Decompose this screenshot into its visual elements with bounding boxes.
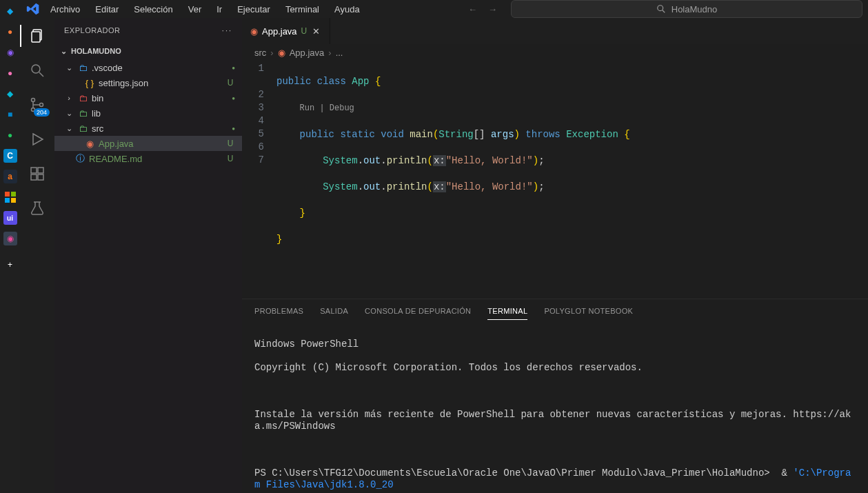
taskbar-icon[interactable]: ● xyxy=(3,25,17,39)
folder-icon: 🗀 xyxy=(77,108,89,119)
git-status: U xyxy=(225,139,235,148)
svg-marker-13 xyxy=(33,134,43,145)
explorer-sidebar: EXPLORADOR ··· ⌄ HOLAMUDNO ⌄ 🗀 .vscode ●… xyxy=(54,18,242,493)
tree-folder-lib[interactable]: ⌄ 🗀 lib xyxy=(54,105,242,121)
svg-rect-16 xyxy=(31,174,37,180)
svg-point-12 xyxy=(40,103,43,107)
svg-point-4 xyxy=(658,6,663,11)
modified-dot-icon: ● xyxy=(232,65,235,71)
svg-rect-2 xyxy=(5,198,10,203)
folder-icon: 🗀 xyxy=(77,93,89,103)
java-icon: ◉ xyxy=(83,139,96,149)
svg-line-5 xyxy=(663,10,665,13)
taskbar-icon[interactable]: ◆ xyxy=(3,4,17,18)
menu-archivo[interactable]: Archivo xyxy=(45,1,85,17)
svg-line-9 xyxy=(39,72,43,77)
panel-tab-problemas[interactable]: PROBLEMAS xyxy=(254,303,303,319)
search-icon xyxy=(656,4,666,14)
vscode-logo-icon xyxy=(26,1,41,17)
taskbar-icon[interactable]: ■ xyxy=(3,108,17,121)
panel-tab-consola[interactable]: CONSOLA DE DEPURACIÓN xyxy=(365,303,471,319)
menu-ir[interactable]: Ir xyxy=(211,1,228,17)
titlebar: Archivo Editar Selección Ver Ir Ejecutar… xyxy=(20,0,868,18)
info-icon: ⓘ xyxy=(74,152,86,165)
svg-rect-3 xyxy=(11,198,16,203)
search-text: HolaMudno xyxy=(672,4,718,14)
bottom-panel: PROBLEMAS SALIDA CONSOLA DE DEPURACIÓN T… xyxy=(242,299,868,493)
terminal-output[interactable]: Windows PowerShell Copyright (C) Microso… xyxy=(242,323,868,493)
taskbar-icon[interactable]: ui xyxy=(3,211,17,225)
code-editor[interactable]: 1 234567 public class App { Run | Debug … xyxy=(242,61,868,299)
activity-run-debug-icon[interactable] xyxy=(28,130,47,149)
svg-point-10 xyxy=(32,99,35,102)
chevron-down-icon: ⌄ xyxy=(64,124,74,133)
svg-point-8 xyxy=(32,65,40,73)
tree-folder-bin[interactable]: › 🗀 bin ● xyxy=(54,90,242,105)
folder-icon: 🗀 xyxy=(77,123,89,134)
modified-dot-icon: ● xyxy=(232,95,235,101)
svg-rect-17 xyxy=(38,174,43,180)
activity-testing-icon[interactable] xyxy=(28,199,47,218)
chevron-right-icon: › xyxy=(64,94,74,102)
project-header[interactable]: ⌄ HOLAMUDNO xyxy=(54,42,242,60)
panel-tab-salida[interactable]: SALIDA xyxy=(320,303,348,319)
activity-extensions-icon[interactable] xyxy=(28,164,47,183)
code-content[interactable]: public class App { Run | Debug public st… xyxy=(276,61,868,299)
tab-app-java[interactable]: ◉ App.java U ✕ xyxy=(242,18,330,44)
svg-rect-7 xyxy=(32,32,40,42)
panel-tab-terminal[interactable]: TERMINAL xyxy=(487,303,527,320)
chevron-down-icon: ⌄ xyxy=(64,63,74,72)
chevron-down-icon: ⌄ xyxy=(59,47,68,56)
menu-ejecutar[interactable]: Ejecutar xyxy=(232,1,276,17)
editor-tabs: ◉ App.java U ✕ xyxy=(242,18,868,44)
activity-explorer-icon[interactable] xyxy=(28,26,47,46)
taskbar-icon[interactable]: C xyxy=(3,149,17,163)
activity-source-control-icon[interactable]: 204 xyxy=(28,95,47,114)
os-taskbar: ◆ ● ◉ ● ◆ ■ ● C a ui ◉ + xyxy=(0,0,20,493)
modified-dot-icon: ● xyxy=(232,125,235,132)
activity-search-icon[interactable] xyxy=(28,61,47,80)
line-numbers: 1 234567 xyxy=(242,61,276,299)
tree-file-app-java[interactable]: ◉ App.java U xyxy=(54,136,242,151)
menu-terminal[interactable]: Terminal xyxy=(280,1,325,17)
taskbar-icon[interactable]: ◉ xyxy=(3,46,17,59)
nav-arrows: ← → xyxy=(468,4,497,14)
java-icon: ◉ xyxy=(278,48,285,58)
menu-editar[interactable]: Editar xyxy=(90,1,124,17)
git-status: U xyxy=(225,78,235,88)
menu-seleccion[interactable]: Selección xyxy=(128,1,178,17)
chevron-down-icon: ⌄ xyxy=(64,109,74,118)
panel-tabs: PROBLEMAS SALIDA CONSOLA DE DEPURACIÓN T… xyxy=(242,299,868,323)
tree-folder-vscode[interactable]: ⌄ 🗀 .vscode ● xyxy=(54,60,242,75)
file-tree: ⌄ 🗀 .vscode ● { } settings.json U › 🗀 bi… xyxy=(54,60,242,166)
close-icon[interactable]: ✕ xyxy=(311,25,321,38)
taskbar-icon[interactable]: ◆ xyxy=(3,87,17,101)
codelens-run-debug[interactable]: Run | Debug xyxy=(300,103,354,113)
java-icon: ◉ xyxy=(250,26,258,37)
taskbar-icon[interactable]: a xyxy=(3,170,17,183)
git-status: U xyxy=(225,154,235,163)
svg-rect-0 xyxy=(5,192,10,197)
panel-tab-polyglot[interactable]: POLYGLOT NOTEBOOK xyxy=(544,303,633,319)
more-icon[interactable]: ··· xyxy=(222,26,232,34)
menu-ayuda[interactable]: Ayuda xyxy=(329,1,365,17)
explorer-title: EXPLORADOR ··· xyxy=(54,18,242,42)
taskbar-add-icon[interactable]: + xyxy=(3,258,17,272)
taskbar-icon[interactable]: ● xyxy=(3,128,17,142)
editor-area: ◉ App.java U ✕ src › ◉ App.java › ... 1 … xyxy=(242,18,868,493)
svg-rect-14 xyxy=(31,168,37,173)
taskbar-icon[interactable] xyxy=(3,190,17,204)
tree-folder-src[interactable]: ⌄ 🗀 src ● xyxy=(54,121,242,136)
menu-ver[interactable]: Ver xyxy=(183,1,208,17)
scm-badge: 204 xyxy=(34,108,50,117)
svg-rect-15 xyxy=(38,168,43,173)
taskbar-icon[interactable]: ● xyxy=(3,66,17,80)
nav-back-icon[interactable]: ← xyxy=(468,4,477,14)
command-center[interactable]: HolaMudno xyxy=(511,0,862,18)
vscode-window: Archivo Editar Selección Ver Ir Ejecutar… xyxy=(20,0,868,493)
tree-file-readme[interactable]: ⓘ README.md U xyxy=(54,151,242,166)
taskbar-icon[interactable]: ◉ xyxy=(3,232,17,245)
tree-file-settings[interactable]: { } settings.json U xyxy=(54,75,242,90)
nav-forward-icon[interactable]: → xyxy=(488,4,497,14)
breadcrumb[interactable]: src › ◉ App.java › ... xyxy=(242,44,868,61)
